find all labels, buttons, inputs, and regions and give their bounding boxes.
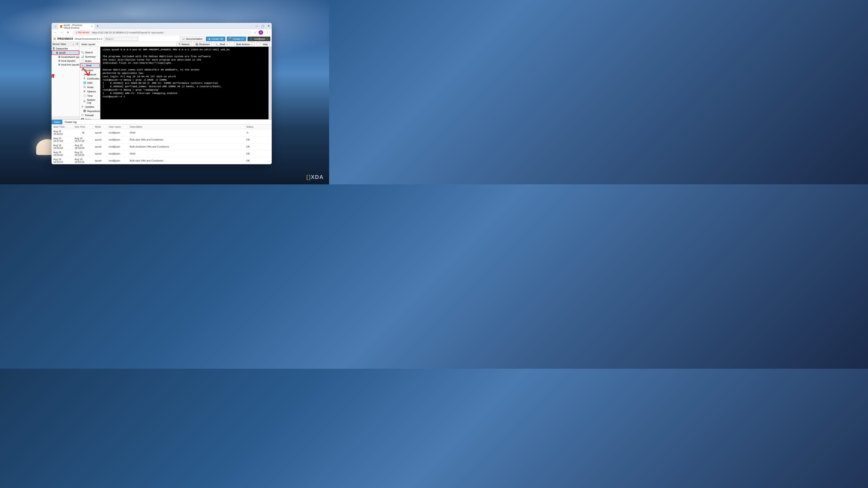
sidebar-notes[interactable]: 📄Notes: [80, 59, 100, 63]
proxmox-header: PROXMOX Virtual Environment 8.2.2 📖 Docu…: [52, 36, 272, 42]
task-row[interactable]: Aug 16 18:40:01🖥ayushroot@pamShell⟳: [52, 129, 272, 136]
main-layout: Server View ⌄ ⚙ 🗄 Datacenter 🖥 ayush ⊞ l…: [52, 42, 272, 119]
resource-tree: Server View ⌄ ⚙ 🗄 Datacenter 🖥 ayush ⊞ l…: [52, 42, 80, 119]
sidebar-dns[interactable]: 🌐DNS: [80, 80, 100, 85]
version-label: Virtual Environment 8.2.2: [74, 37, 102, 40]
gear-icon[interactable]: ⚙: [75, 42, 79, 45]
col-end-time[interactable]: End Time: [73, 125, 93, 129]
chart-icon: 📊: [81, 55, 84, 58]
tree-node-ayush[interactable]: 🖥 ayush: [52, 51, 79, 55]
sidebar-firewall[interactable]: 🛡Firewall: [80, 113, 100, 117]
bulk-actions-button[interactable]: Bulk Actions ⌄: [234, 42, 255, 46]
browser-window: ⌄ ayush - Proxmox Virtual Environ × + — …: [52, 23, 272, 164]
reboot-button[interactable]: ↻ Reboot: [177, 42, 191, 46]
minimize-icon[interactable]: —: [255, 24, 258, 28]
help-button[interactable]: ❔ Help: [256, 42, 270, 46]
search-icon: 🔍: [81, 51, 84, 54]
tab-tasks[interactable]: Tasks: [52, 120, 62, 124]
proxmox-favicon-icon: [60, 25, 62, 28]
profile-avatar[interactable]: A: [258, 30, 263, 35]
sidebar-disks[interactable]: 💾Disks: [80, 117, 100, 119]
sidebar-hosts[interactable]: ☰Hosts: [80, 85, 100, 89]
col-status[interactable]: Status: [245, 125, 272, 129]
url-input[interactable]: ⦸ Not secure https://192.168.29.32:8006/…: [72, 30, 252, 35]
network-icon: ⇄: [83, 73, 86, 76]
node-title: Node 'ayush': [81, 43, 175, 46]
global-search-input[interactable]: [104, 37, 138, 41]
proxmox-logo[interactable]: PROXMOX: [53, 37, 73, 41]
forward-icon[interactable]: →: [60, 31, 64, 35]
refresh-icon: ↻: [81, 105, 84, 108]
sidebar-updates[interactable]: ↻Updates: [80, 105, 100, 109]
col-start-time[interactable]: Start Time ↓: [52, 125, 73, 129]
sidebar-syslog[interactable]: ☰System Log: [80, 98, 100, 105]
task-log-panel: Tasks Cluster log Start Time ↓ End Time …: [52, 119, 272, 164]
sidebar-search[interactable]: 🔍Search: [80, 50, 100, 55]
col-user[interactable]: User name: [107, 125, 128, 129]
tab-dropdown-icon[interactable]: ⌄: [53, 24, 57, 28]
sidebar-system[interactable]: ⚙System: [80, 68, 100, 72]
sidebar-options[interactable]: ⚙Options: [80, 89, 100, 94]
chevron-down-icon[interactable]: ⌄: [72, 42, 74, 45]
url-text: https://192.168.29.32:8006/#v1:0:=node%2…: [92, 31, 165, 34]
sidebar-repositories[interactable]: 📚Repositories: [80, 109, 100, 113]
user-menu-button[interactable]: 👤 root@pam ⌄: [248, 37, 270, 41]
clock-icon: 🕐: [83, 94, 86, 97]
browser-menu-icon[interactable]: ⋮: [266, 31, 270, 34]
tree-scrollbar[interactable]: [52, 117, 79, 119]
disk-icon: 💾: [81, 118, 84, 119]
terminal-icon: >_: [82, 64, 85, 67]
sidebar-time[interactable]: 🕐Time: [80, 94, 100, 98]
sidebar-summary[interactable]: 📊Summary: [80, 55, 100, 59]
browser-tab[interactable]: ayush - Proxmox Virtual Environ ×: [58, 24, 94, 29]
list-icon: ☰: [83, 100, 86, 103]
close-icon[interactable]: ✕: [268, 24, 270, 28]
col-description[interactable]: Description: [128, 125, 245, 129]
create-ct-button[interactable]: 📦 Create CT: [227, 37, 246, 41]
documentation-button[interactable]: 📖 Documentation: [180, 37, 205, 41]
browser-addressbar: ← → ⟳ ⦸ Not secure https://192.168.29.32…: [52, 29, 272, 36]
tree-datacenter[interactable]: 🗄 Datacenter: [52, 47, 79, 51]
back-icon[interactable]: ←: [53, 31, 57, 35]
col-node[interactable]: Node: [93, 125, 107, 129]
shell-terminal[interactable]: Linux ayush 6.8.4-2-pve #1 SMP PREEMPT_D…: [100, 47, 269, 119]
close-tab-icon[interactable]: ×: [91, 25, 93, 28]
certificate-icon: 🎖: [83, 77, 86, 80]
create-vm-button[interactable]: 🖥 Create VM: [206, 37, 225, 41]
sidebar-certificates[interactable]: 🎖Certificates: [80, 76, 100, 80]
browser-titlebar: ⌄ ayush - Proxmox Virtual Environ × + — …: [52, 23, 272, 29]
tree-localnetwork[interactable]: ⊞ localnetwork (ayush): [52, 55, 79, 59]
view-selector[interactable]: Server View: [53, 43, 72, 45]
tab-cluster-log[interactable]: Cluster log: [62, 120, 79, 124]
cogs-icon: ⚙: [81, 69, 84, 72]
tab-title: ayush - Proxmox Virtual Environ: [64, 24, 90, 29]
new-tab-button[interactable]: +: [95, 24, 100, 28]
task-row[interactable]: Aug 16 18:04:46Aug 16 18:04:55ayushroot@…: [52, 150, 272, 157]
bookmark-icon[interactable]: ☆: [254, 31, 256, 34]
security-badge[interactable]: ⦸ Not secure: [74, 31, 90, 34]
node-sidebar: ⌃ 🔍Search 📊Summary 📄Notes >_Shell ⚙Syste…: [80, 47, 100, 119]
task-row[interactable]: Aug 16 18:03:25Aug 16 18:03:25ayushroot@…: [52, 157, 272, 164]
notes-icon: 📄: [81, 59, 84, 62]
task-row[interactable]: Aug 16 18:04:58Aug 16 18:04:58ayushroot@…: [52, 143, 272, 150]
proxmox-logo-icon: [53, 37, 57, 41]
tree-local-lvm[interactable]: ⊟ local-lvm (ayush): [52, 63, 79, 66]
task-table: Start Time ↓ End Time Node User name Des…: [52, 125, 272, 164]
shield-icon: 🛡: [81, 114, 84, 117]
maximize-icon[interactable]: ▢: [261, 24, 264, 28]
repo-icon: 📚: [83, 109, 86, 112]
gear-icon: ⚙: [83, 90, 86, 93]
center-panel: Node 'ayush' ↻ Reboot ⏻ Shutdown >_ Shel…: [80, 42, 272, 119]
tree-local[interactable]: ⊟ local (ayush): [52, 59, 79, 63]
scroll-up-icon[interactable]: ⌃: [80, 48, 100, 50]
reload-icon[interactable]: ⟳: [66, 31, 70, 35]
globe-icon: 🌐: [83, 81, 86, 84]
hosts-icon: ☰: [83, 86, 86, 89]
warning-icon: ⦸: [76, 31, 77, 34]
sidebar-network[interactable]: ⇄Network: [80, 72, 100, 76]
shutdown-button[interactable]: ⏻ Shutdown: [193, 42, 212, 46]
shell-dropdown-button[interactable]: >_ Shell ⌄: [214, 42, 230, 46]
terminal-scrollbar[interactable]: [269, 47, 272, 119]
task-row[interactable]: Aug 16 18:37:58Aug 16 18:37:58ayushroot@…: [52, 136, 272, 143]
sidebar-shell[interactable]: >_Shell: [80, 63, 100, 68]
